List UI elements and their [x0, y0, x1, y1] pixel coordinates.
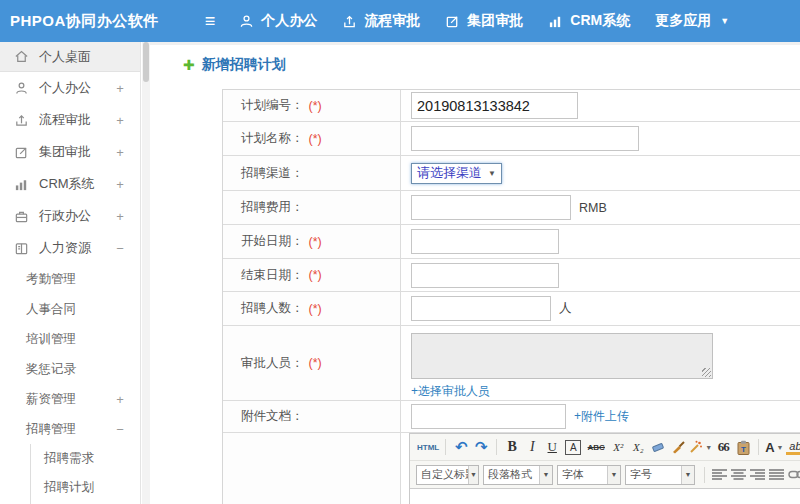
headcount-input[interactable]: [411, 296, 551, 321]
undo-icon[interactable]: ↶: [452, 437, 470, 457]
sidebar-item-attendance[interactable]: 考勤管理: [0, 264, 140, 294]
align-left-icon[interactable]: [712, 468, 727, 481]
expand-toggle[interactable]: +: [115, 209, 125, 224]
nav-personal-office[interactable]: 个人办公: [239, 12, 317, 30]
attachment-upload-link[interactable]: +附件上传: [574, 408, 629, 425]
fee-input[interactable]: [411, 195, 571, 220]
fee-unit: RMB: [579, 201, 607, 215]
format-brush-icon[interactable]: [669, 437, 687, 457]
main-content: ✚ 新增招聘计划 计划编号： (*) 计划名称： (*): [150, 42, 800, 504]
form-row-channel: 招聘渠道： 请选择渠道 ▼: [223, 156, 800, 191]
page-title: 新增招聘计划: [202, 56, 286, 74]
sidebar-item-salary[interactable]: 薪资管理 +: [0, 384, 140, 414]
align-center-icon[interactable]: [731, 468, 746, 481]
sidebar-item-recruit-plan[interactable]: 招聘计划: [31, 473, 140, 502]
expand-toggle[interactable]: +: [115, 81, 125, 96]
select-approver-link[interactable]: +选择审批人员: [411, 383, 490, 400]
resize-grip-icon[interactable]: [702, 368, 711, 377]
strikethrough-button[interactable]: ABC: [585, 437, 607, 457]
highlight-color-button[interactable]: ab ▼: [785, 437, 800, 457]
field-label: 招聘渠道：: [241, 165, 304, 182]
collapse-toggle[interactable]: −: [115, 241, 125, 256]
sidebar-item-recruit-demand[interactable]: 招聘需求: [31, 444, 140, 473]
bold-button[interactable]: B: [503, 437, 521, 457]
add-plus-icon: ✚: [183, 57, 195, 73]
form-row-end-date: 结束日期： (*): [223, 259, 800, 292]
caret-down-icon: ▼: [720, 16, 729, 26]
plan-name-input[interactable]: [411, 126, 639, 151]
sidebar-item-recruitment[interactable]: 招聘管理 −: [0, 414, 140, 444]
font-color-button[interactable]: A ▼: [765, 437, 783, 457]
form-row-plan-number: 计划编号： (*): [223, 90, 800, 122]
sidebar-item-personal-desktop[interactable]: 个人桌面: [0, 42, 140, 72]
scrollbar-thumb[interactable]: [143, 42, 149, 82]
flow-icon: [342, 14, 357, 29]
eraser-icon[interactable]: [649, 437, 667, 457]
sidebar-item-workflow-approval[interactable]: 流程审批 +: [0, 104, 140, 136]
sidebar: 个人桌面 个人办公 + 流程审批 + 集团审批 +: [0, 42, 141, 504]
sidebar-item-crm-system[interactable]: CRM系统 +: [0, 168, 140, 200]
field-label: 招聘人数：: [241, 300, 304, 317]
nav-label: 集团审批: [467, 12, 523, 30]
sidebar-scrollbar[interactable]: [142, 42, 150, 504]
approver-textarea[interactable]: [411, 333, 713, 379]
channel-select[interactable]: 请选择渠道 ▼: [411, 163, 502, 184]
sidebar-item-training[interactable]: 培训管理: [0, 324, 140, 354]
sidebar-item-human-resources[interactable]: 人力资源 −: [0, 232, 140, 264]
sidebar-item-hr-contract[interactable]: 人事合同: [0, 294, 140, 324]
start-date-input[interactable]: [411, 229, 559, 254]
required-mark: (*): [309, 302, 322, 316]
toolbar-separator: [496, 439, 497, 455]
paste-text-icon[interactable]: T: [734, 437, 752, 457]
editor-toolbar-row2: 自定义标题 ▼ 段落格式 ▼ 字体 ▼: [410, 461, 800, 488]
form-row-plan-name: 计划名称： (*): [223, 122, 800, 156]
form-row-headcount: 招聘人数： (*) 人: [223, 292, 800, 326]
sidebar-item-personal-office[interactable]: 个人办公 +: [0, 72, 140, 104]
align-justify-icon[interactable]: [769, 468, 784, 481]
sidebar-item-group-approval[interactable]: 集团审批 +: [0, 136, 140, 168]
plan-number-input[interactable]: [411, 92, 578, 119]
expand-toggle[interactable]: +: [115, 392, 125, 407]
nav-workflow-approval[interactable]: 流程审批: [342, 12, 420, 30]
hamburger-icon[interactable]: ≡: [205, 12, 216, 30]
underline-button[interactable]: U: [543, 437, 561, 457]
nav-more-apps[interactable]: 更多应用 ▼: [655, 12, 729, 30]
end-date-input[interactable]: [411, 263, 559, 288]
nav-group-approval[interactable]: 集团审批: [445, 12, 523, 30]
edit-icon: [14, 144, 30, 160]
user-icon: [239, 14, 254, 29]
sidebar-item-rewards[interactable]: 奖惩记录: [0, 354, 140, 384]
home-icon: [14, 49, 30, 65]
redo-icon[interactable]: ↷: [472, 437, 490, 457]
attachment-input[interactable]: [411, 404, 566, 429]
caret-down-icon: ▼: [777, 444, 784, 451]
svg-text:T: T: [741, 445, 746, 454]
custom-title-dropdown[interactable]: 自定义标题 ▼: [416, 465, 479, 485]
expand-toggle[interactable]: +: [115, 113, 125, 128]
sidebar-item-admin-office[interactable]: 行政办公 +: [0, 200, 140, 232]
nav-crm-system[interactable]: CRM系统: [548, 12, 630, 30]
briefcase-icon: [14, 208, 30, 224]
font-size-dropdown[interactable]: 字号 ▼: [625, 465, 695, 485]
html-source-button[interactable]: HTML: [417, 437, 439, 457]
field-label: 结束日期：: [241, 267, 304, 284]
align-right-icon[interactable]: [750, 468, 765, 481]
superscript-button[interactable]: X²: [609, 437, 627, 457]
font-family-dropdown[interactable]: 字体 ▼: [557, 465, 621, 485]
top-nav: 个人办公 流程审批 集团审批: [239, 12, 754, 30]
nav-label: 更多应用: [655, 12, 711, 30]
autotypeset-button[interactable]: A: [565, 440, 581, 455]
subscript-button[interactable]: X₂: [629, 437, 647, 457]
paragraph-format-dropdown[interactable]: 段落格式 ▼: [483, 465, 553, 485]
nav-label: CRM系统: [570, 12, 630, 30]
expand-toggle[interactable]: +: [115, 145, 125, 160]
link-icon[interactable]: [788, 469, 800, 480]
autoformat-wand-icon[interactable]: ▼: [689, 437, 712, 457]
top-navbar: PHPOA协同办公软件 ≡ 个人办公 流程审批: [0, 0, 800, 42]
expand-toggle[interactable]: +: [115, 177, 125, 192]
editor-content-area[interactable]: [410, 488, 800, 504]
nav-label: 流程审批: [364, 12, 420, 30]
italic-button[interactable]: I: [523, 437, 541, 457]
collapse-toggle[interactable]: −: [115, 422, 125, 437]
blockquote-button[interactable]: 66: [714, 437, 732, 457]
